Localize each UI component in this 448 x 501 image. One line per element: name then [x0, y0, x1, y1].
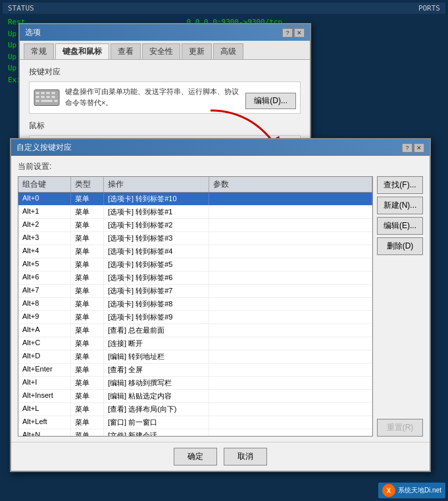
cell-key: Alt+I	[18, 377, 71, 389]
tab-general[interactable]: 常规	[24, 43, 54, 59]
table-row[interactable]: Alt+2菜单[选项卡] 转到标签#2	[18, 219, 372, 232]
close-button[interactable]: ✕	[294, 28, 305, 37]
cell-param	[209, 311, 372, 323]
cell-param	[209, 429, 372, 436]
edit-button[interactable]: 编辑(E)...	[377, 217, 423, 235]
cell-key: Alt+6	[18, 272, 71, 284]
table-container: 组合键 类型 操作 参数 Alt+0菜单[选项卡] 转到标签#10Alt+1菜单…	[18, 176, 423, 437]
cell-action: [查看] 全屏	[104, 364, 209, 376]
table-row[interactable]: Alt+9菜单[选项卡] 转到标签#9	[18, 311, 372, 324]
svg-rect-1	[36, 92, 39, 95]
cell-type: 菜单	[71, 364, 104, 376]
table-row[interactable]: Alt+0菜单[选项卡] 转到标签#10	[18, 193, 372, 206]
new-button[interactable]: 新建(N)...	[377, 197, 423, 214]
svg-rect-4	[51, 92, 55, 95]
cell-param	[209, 377, 372, 389]
cell-key: Alt+7	[18, 285, 71, 297]
table-row[interactable]: Alt+Enter菜单[查看] 全屏	[18, 364, 372, 377]
cell-action: [选项卡] 转到标签#1	[104, 206, 209, 218]
watermark: X 系统天地Di.net	[378, 483, 445, 498]
svg-rect-6	[41, 96, 45, 99]
cell-type: 菜单	[71, 272, 104, 284]
cell-action: [编辑] 转到地址栏	[104, 350, 209, 363]
tabs-bar: 常规 键盘和鼠标 查看 安全性 更新 高级	[20, 41, 310, 60]
cell-key: Alt+3	[18, 232, 71, 245]
tab-keyboard-mouse[interactable]: 键盘和鼠标	[55, 43, 109, 59]
table-row[interactable]: Alt+5菜单[选项卡] 转到标签#5	[18, 258, 372, 272]
tab-security[interactable]: 安全性	[142, 43, 180, 59]
watermark-logo: X	[382, 484, 395, 497]
cell-key: Alt+1	[18, 206, 71, 218]
table-body[interactable]: Alt+0菜单[选项卡] 转到标签#10Alt+1菜单[选项卡] 转到标签#1A…	[18, 193, 372, 436]
keybind-table: 组合键 类型 操作 参数 Alt+0菜单[选项卡] 转到标签#10Alt+1菜单…	[18, 176, 373, 437]
cell-key: Alt+2	[18, 219, 71, 231]
cell-param	[209, 390, 372, 402]
keyboard-section: 键盘操作可由菜单功能、发送字符串、运行脚本、协议命令等替代×。 编辑(D)...	[29, 82, 301, 114]
cell-action: [文件] 新建会话	[104, 429, 209, 436]
table-row[interactable]: Alt+Left菜单[窗口] 前一窗口	[18, 416, 372, 429]
table-row[interactable]: Alt+3菜单[选项卡] 转到标签#3	[18, 232, 372, 245]
cell-param	[209, 416, 372, 429]
find-button[interactable]: 查找(F)...	[377, 176, 423, 194]
cell-type: 菜单	[71, 232, 104, 245]
table-row[interactable]: Alt+A菜单[查看] 总在最前面	[18, 324, 372, 337]
help-button[interactable]: ?	[282, 28, 293, 37]
watermark-text: 系统天地Di.net	[398, 486, 441, 495]
cell-key: Alt+4	[18, 245, 71, 258]
terminal-header: STATUS PORTS	[3, 3, 445, 14]
tab-advanced[interactable]: 高级	[213, 43, 243, 59]
ok-button[interactable]: 确定	[174, 448, 217, 465]
keyboard-icon	[34, 86, 60, 109]
cell-type: 菜单	[71, 258, 104, 271]
table-row[interactable]: Alt+1菜单[选项卡] 转到标签#1	[18, 206, 372, 219]
table-row[interactable]: Alt+I菜单[编辑] 移动到撰写栏	[18, 377, 372, 390]
cell-key: Alt+Enter	[18, 364, 71, 376]
cell-action: [选项卡] 转到标签#6	[104, 272, 209, 284]
svg-rect-11	[54, 100, 58, 103]
cell-type: 菜单	[71, 350, 104, 363]
cell-action: [查看] 总在最前面	[104, 324, 209, 337]
cell-action: [选项卡] 转到标签#5	[104, 258, 209, 271]
delete-button[interactable]: 删除(D)	[377, 237, 423, 255]
cell-param	[209, 298, 372, 310]
table-row[interactable]: Alt+Insert菜单[编辑] 粘贴选定内容	[18, 390, 372, 403]
cell-key: Alt+Left	[18, 416, 71, 429]
cell-action: [连接] 断开	[104, 337, 209, 350]
table-row[interactable]: Alt+6菜单[选项卡] 转到标签#6	[18, 272, 372, 285]
table-row[interactable]: Alt+N菜单[文件] 新建会话	[18, 429, 372, 436]
cell-key: Alt+N	[18, 429, 71, 436]
table-row[interactable]: Alt+L菜单[查看] 选择布局(向下)	[18, 403, 372, 416]
cell-type: 菜单	[71, 219, 104, 231]
cell-param	[209, 272, 372, 284]
current-settings-label: 当前设置:	[18, 161, 423, 172]
keyboard-edit-button[interactable]: 编辑(D)...	[245, 93, 296, 109]
table-row[interactable]: Alt+7菜单[选项卡] 转到标签#7	[18, 285, 372, 298]
tab-update[interactable]: 更新	[182, 43, 212, 59]
cell-param	[209, 232, 372, 245]
tab-view[interactable]: 查看	[111, 43, 141, 59]
custom-help-button[interactable]: ?	[402, 143, 412, 153]
table-row[interactable]: Alt+8菜单[选项卡] 转到标签#8	[18, 298, 372, 311]
reset-button[interactable]: 重置(R)	[377, 419, 423, 437]
table-row[interactable]: Alt+4菜单[选项卡] 转到标签#4	[18, 245, 372, 258]
svg-rect-10	[41, 100, 53, 103]
cell-key: Alt+8	[18, 298, 71, 310]
cell-param	[209, 350, 372, 363]
custom-close-button[interactable]: ✕	[414, 143, 424, 153]
status-header: STATUS	[8, 4, 34, 12]
cell-type: 菜单	[71, 403, 104, 416]
cell-action: [选项卡] 转到标签#10	[104, 193, 209, 205]
side-buttons: 查找(F)... 新建(N)... 编辑(E)... 删除(D) 重置(R)	[377, 176, 423, 437]
custom-dialog-title: 自定义按键对应	[16, 142, 72, 153]
cell-param	[209, 245, 372, 258]
table-row[interactable]: Alt+D菜单[编辑] 转到地址栏	[18, 350, 372, 364]
svg-rect-8	[51, 96, 55, 99]
cell-key: Alt+C	[18, 337, 71, 350]
options-dialog-title: 选项	[25, 27, 41, 38]
cancel-button[interactable]: 取消	[224, 448, 267, 465]
cell-type: 菜单	[71, 311, 104, 323]
cell-type: 菜单	[71, 337, 104, 350]
cell-param	[209, 206, 372, 218]
cell-type: 菜单	[71, 206, 104, 218]
table-row[interactable]: Alt+C菜单[连接] 断开	[18, 337, 372, 350]
